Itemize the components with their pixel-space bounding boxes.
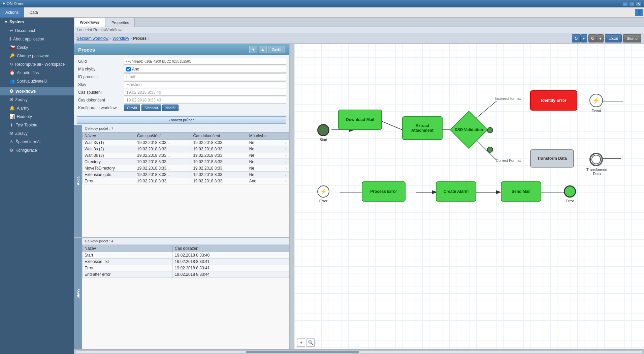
id-procesu-value: d.pdf [124,73,286,80]
sidebar-item-actual-time[interactable]: ⏰ Aktuální čas [0,68,74,77]
sidebar-item-disconnect[interactable]: ↩ Disconnect [0,26,74,35]
disconnect-label: Disconnect [15,28,35,33]
akce-row[interactable]: Wait 3s (2) 19.02.2018 8:33... 19.02.201… [83,146,289,152]
akce-row[interactable]: Directory 19.02.2018 8:33... 19.02.2018 … [83,159,289,165]
field-row-cas-dokonceni: Čas dokončení 19.02.2018 8:33:43 [77,97,286,104]
stavy-cell-time: 19.02.2018 8:33:41 [172,258,289,265]
akce-section: Akce Celkový počet : 7 Název Čas spuštěn… [74,125,289,238]
ma-chyby-checkbox[interactable] [126,67,131,71]
show-progress-button[interactable]: Zobrazit průběh [77,116,286,124]
field-row-stav: Stav Finished [77,81,286,88]
minimize-button[interactable]: — [622,1,628,6]
event-circle[interactable]: ⚡ [589,94,603,107]
czech-label: Česky [17,45,28,50]
about-icon: ℹ [9,36,11,41]
refresh-dropdown-button[interactable]: ▼ [580,34,587,42]
main-layout: ▼ System ↩ Disconnect ℹ About applicatio… [0,18,644,354]
konfigurace-buttons: Otevřít Stáhnout Nahrát [124,105,179,111]
download-mail-label: Download Mail [346,117,374,122]
save-button[interactable]: Uložit [605,34,622,42]
process-panel: Proces ▼ ▲ Zavřít Guid {76746E9D-616E-42… [74,44,644,349]
stavy-row[interactable]: Start 19.02.2018 8:33:40 [83,252,289,258]
refresh-button[interactable]: ↻ [572,34,580,42]
akce-row[interactable]: MoveToDirectory 19.02.2018 8:33... 19.02… [83,165,289,172]
cas-spusteni-value: 19.02.2018 8:33:40 [124,89,286,96]
sidebar-item-test-teplota[interactable]: 🌡 Test Teplota [0,121,74,129]
akce-row[interactable]: Error 19.02.2018 8:33... 19.02.2018 8:33… [83,178,289,184]
breadcrumb-path3: Proces [133,36,147,41]
akce-cell-arrow: › [280,140,289,146]
start-circle [317,124,329,136]
zpravy2-icon: ✉ [9,131,13,136]
scrollbar-thumb[interactable] [246,351,359,353]
nahrat-button[interactable]: Nahrát [162,105,179,111]
close-button[interactable]: ✕ [636,1,641,6]
stavy-row[interactable]: Error 19.02.2018 8:33:41 [83,265,289,271]
sidebar-item-zpravy2[interactable]: ✉ Zprávy [0,129,74,138]
stavy-cell-name: Error [83,265,173,271]
workflows-icon: ⚙ [9,89,13,94]
akce-cell-error: Ne [247,152,280,159]
czech-icon: 🇨🇿 [9,45,15,50]
window-controls: — □ ✕ [622,1,641,6]
refresh2-dropdown-button[interactable]: ▼ [597,34,604,42]
cancel-button[interactable]: Storno [623,34,641,42]
zoom-search-button[interactable]: 🔍 [307,338,315,347]
download-mail-node[interactable]: Download Mail [338,110,382,130]
stavy-row[interactable]: Extension .txt 19.02.2018 8:33:41 [83,258,289,265]
about-label: About application [13,37,44,41]
breadcrumb-path1[interactable]: Seznam workflow [77,36,108,41]
sidebar-item-recompute[interactable]: ↻ Recompute all - Workspace [0,60,74,68]
transformed-data-label: Transformed Data [583,168,610,176]
sidebar-item-alarmy[interactable]: 🔔 Alarmy [0,104,74,112]
stavy-col-name: Název [83,245,173,252]
sidebar-item-about[interactable]: ℹ About application [0,35,74,43]
cas-dokonceni-label: Čas dokončení [77,97,124,103]
ma-chyby-value: Ano [124,66,286,72]
otevrit-button[interactable]: Otevřít [124,105,140,111]
sidebar-item-zpravy[interactable]: ✉ Zprávy [0,95,74,104]
process-error-node[interactable]: Process Error [362,181,406,202]
resize-handle[interactable]: ⋮ [290,44,294,349]
sidebar-item-workflows[interactable]: ⚙ Workflows [0,87,74,95]
stavy-row[interactable]: End after error 19.02.2018 8:33:44 [83,271,289,277]
transform-data-node[interactable]: Transform Data [530,149,574,168]
akce-cell-name: Extension gate... [83,172,135,178]
akce-row[interactable]: Wait 3s (3) 19.02.2018 8:33... 19.02.201… [83,152,289,159]
akce-row[interactable]: Extension gate... 19.02.2018 8:33... 19.… [83,172,289,178]
nav-down-button[interactable]: ▼ [249,46,257,53]
close-proces-button[interactable]: Zavřít [268,46,285,53]
disconnect-icon: ↩ [9,28,13,33]
akce-row[interactable]: Wait 3s (1) 19.02.2018 8:33... 19.02.201… [83,140,289,146]
akce-col-arrow [280,132,289,140]
cas-dokonceni-value: 19.02.2018 8:33:43 [124,97,286,104]
sidebar-item-konfigurace[interactable]: ⚙ Konfigurace [0,146,74,154]
sidebar-item-hodnoty[interactable]: 📊 Hodnoty [0,112,74,121]
tab-workflows[interactable]: Workflows [74,18,105,27]
scrollbar-track[interactable] [75,351,643,353]
extract-attachment-node[interactable]: ExtractAttachment [402,116,443,140]
sidebar-item-spatny-format[interactable]: ⚠ Špatný formát [0,138,74,146]
create-alarm-node[interactable]: Create Alarm [436,181,476,202]
identify-error-node[interactable]: Identify Error [530,90,577,111]
tab-properties[interactable]: Properties [106,18,135,27]
system-section[interactable]: ▼ System [0,18,74,26]
sidebar-item-user-mgmt[interactable]: 👥 Správa uživatelů [0,77,74,85]
maximize-button[interactable]: □ [629,1,635,6]
refresh2-button[interactable]: ↻ [588,34,597,42]
breadcrumb-path2[interactable]: Workflow [112,36,129,41]
sidebar-item-czech[interactable]: 🇨🇿 Česky [0,43,74,52]
zoom-fit-button[interactable]: + [297,338,305,347]
app-title: E:ON Demo [3,1,622,6]
stahnout-button[interactable]: Stáhnout [141,105,161,111]
send-mail-node[interactable]: Send Mail [501,181,541,202]
sidebar-item-change-password[interactable]: 🔑 Change password [0,52,74,60]
akce-content: Celkový počet : 7 Název Čas spuštění Čas… [82,125,289,237]
actions-menu[interactable]: Actions [0,7,24,18]
nav-up-button[interactable]: ▲ [259,46,267,53]
error-event-circle[interactable]: ⚡ [317,185,329,198]
data-menu[interactable]: Data [24,7,43,18]
scrollbar-area [74,349,644,354]
spatny-format-label: Špatný formát [15,140,41,144]
akce-cell-start: 19.02.2018 8:33... [135,152,191,159]
